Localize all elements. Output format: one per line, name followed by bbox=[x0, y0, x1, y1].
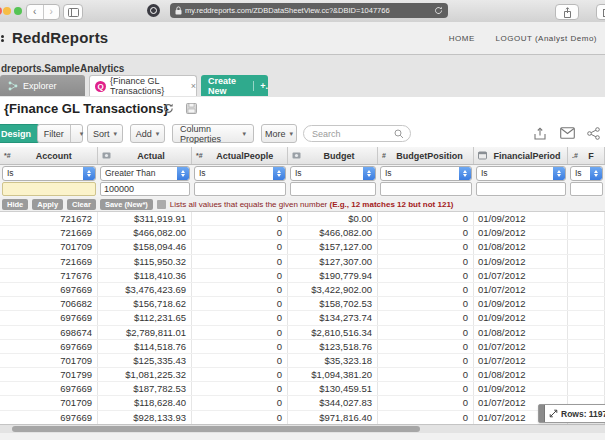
table-cell: $118,628.40 bbox=[98, 396, 192, 409]
sidebar-toggle-button[interactable] bbox=[63, 4, 83, 20]
table-row[interactable]: 698674$2,789,811.010$2,810,516.34001/08/… bbox=[0, 326, 605, 340]
table-cell: 0 bbox=[378, 297, 474, 310]
table-row[interactable]: 701799$1,081,225.320$1,094,381.20001/08/… bbox=[0, 368, 605, 382]
select-arrows-icon bbox=[363, 167, 375, 180]
table-row[interactable]: 697669$928,133.930$971,816.40001/07/2012 bbox=[0, 411, 605, 425]
tab-overview-button[interactable] bbox=[596, 4, 605, 20]
more-button[interactable]: More ▾ bbox=[261, 124, 297, 143]
table-cell: $928,133.93 bbox=[98, 411, 192, 424]
resize-rows-icon[interactable] bbox=[549, 409, 558, 418]
filter-value-input[interactable] bbox=[380, 182, 472, 196]
column-header-budget[interactable]: Budget bbox=[288, 147, 378, 164]
filter-button[interactable]: Filter ▾ bbox=[37, 124, 83, 143]
search-input[interactable] bbox=[310, 128, 394, 140]
table-row[interactable]: 697669$187,782.530$130,459.51001/09/2012 bbox=[0, 382, 605, 396]
table-cell: 01/08/2012 bbox=[474, 240, 568, 253]
filter-operator-select[interactable]: Is bbox=[290, 166, 376, 181]
table-row[interactable]: 717676$118,410.360$190,779.94001/07/2012 bbox=[0, 269, 605, 283]
zoom-window-button[interactable] bbox=[14, 7, 22, 15]
table-cell: $35,323.18 bbox=[288, 354, 378, 367]
clear-button[interactable]: Clear bbox=[67, 199, 96, 210]
filter-operator-select[interactable]: Greater Than bbox=[100, 166, 190, 181]
share-icon bbox=[563, 7, 572, 18]
logout-link[interactable]: LOGOUT (Analyst Demo) bbox=[496, 34, 597, 43]
close-tab-icon[interactable]: × bbox=[191, 81, 196, 91]
table-row[interactable]: 706682$156,718.620$158,702.53001/09/2012 bbox=[0, 297, 605, 311]
hide-button[interactable]: Hide bbox=[2, 199, 28, 210]
table-cell: 01/07/2012 bbox=[474, 283, 568, 296]
table-cell: $123,518.76 bbox=[288, 340, 378, 353]
table-row[interactable]: 701709$118,628.400$344,027.83001/07/2012 bbox=[0, 396, 605, 410]
forward-button[interactable]: › bbox=[43, 5, 60, 19]
select-arrows-icon bbox=[459, 167, 471, 180]
share-nodes-icon[interactable] bbox=[587, 127, 600, 140]
apply-button[interactable]: Apply bbox=[32, 199, 63, 210]
table-cell: 697669 bbox=[0, 382, 98, 395]
column-header-actual[interactable]: Actual bbox=[98, 147, 192, 164]
table-row[interactable]: 721672$311,919.910$0.00001/09/2012 bbox=[0, 212, 605, 226]
save-new-button[interactable]: Save (New*) bbox=[100, 199, 153, 210]
filter-operator-select[interactable]: Is bbox=[194, 166, 286, 181]
export-icon[interactable] bbox=[533, 127, 547, 141]
table-cell: $127,307.00 bbox=[288, 255, 378, 268]
breadcrumb[interactable]: dreports.SampleAnalytics bbox=[1, 63, 124, 74]
filter-operator-select[interactable]: Is bbox=[380, 166, 472, 181]
table-row[interactable]: 697669$112,231.650$134,273.74001/09/2012 bbox=[0, 311, 605, 325]
filter-action-buttons: HideApplyClearSave (New*) bbox=[0, 199, 155, 210]
filter-operator-select[interactable]: Is bbox=[570, 166, 603, 181]
table-cell: $466,082.00 bbox=[98, 226, 192, 239]
column-label: FinancialPeriod bbox=[487, 151, 567, 161]
filter-options-handle[interactable] bbox=[157, 200, 166, 209]
minimize-window-button[interactable] bbox=[3, 7, 11, 15]
share-page-button[interactable] bbox=[555, 4, 579, 20]
filter-operator-select[interactable]: Is bbox=[2, 166, 96, 181]
column-header-account[interactable]: *#Account bbox=[0, 147, 98, 164]
horizontal-scrollbar[interactable] bbox=[0, 424, 605, 433]
add-button[interactable]: Add ▾ bbox=[130, 124, 165, 143]
back-button[interactable]: ‹ bbox=[27, 5, 43, 19]
tab-explorer[interactable]: Explorer bbox=[0, 75, 85, 96]
filter-value-input[interactable] bbox=[100, 182, 190, 196]
close-window-button[interactable] bbox=[0, 7, 2, 15]
column-header-f[interactable]: .#F bbox=[568, 147, 605, 164]
column-header-actualpeople[interactable]: *#ActualPeople bbox=[192, 147, 288, 164]
table-row[interactable]: 701709$158,094.460$157,127.00001/08/2012 bbox=[0, 240, 605, 254]
table-row[interactable]: 701709$125,335.430$35,323.18001/07/2012 bbox=[0, 354, 605, 368]
table-row[interactable]: 721669$115,950.320$127,307.00001/09/2012 bbox=[0, 255, 605, 269]
table-body: 721672$311,919.910$0.00001/09/2012721669… bbox=[0, 212, 605, 425]
column-properties-button[interactable]: Column Properties ▾ bbox=[172, 124, 254, 143]
window-bottom-strip bbox=[0, 433, 605, 440]
save-icon[interactable] bbox=[186, 103, 197, 114]
table-row[interactable]: 697669$3,476,423.690$3,422,902.00001/07/… bbox=[0, 283, 605, 297]
add-new-icon[interactable]: +. bbox=[253, 81, 268, 91]
filter-operator-select[interactable]: Is bbox=[476, 166, 566, 181]
reload-icon[interactable] bbox=[434, 6, 443, 15]
filter-value-input[interactable] bbox=[290, 182, 376, 196]
scrollbar-thumb[interactable] bbox=[12, 426, 420, 432]
address-bar[interactable]: my.reddreports.com/ZDBDataSheetView.cc?&… bbox=[170, 3, 448, 18]
email-icon[interactable] bbox=[560, 127, 575, 139]
rows-count-chip[interactable]: Rows: 1197 bbox=[538, 404, 605, 423]
table-cell: 0 bbox=[378, 396, 474, 409]
workspace-band: dreports.SampleAnalytics Explorer Q {Fin… bbox=[0, 54, 605, 98]
column-header-budgetposition[interactable]: #BudgetPosition bbox=[378, 147, 474, 164]
filter-value-input[interactable] bbox=[570, 182, 603, 196]
chip-grip-handle[interactable] bbox=[539, 405, 545, 422]
column-header-financialperiod[interactable]: FinancialPeriod bbox=[474, 147, 568, 164]
home-link[interactable]: HOME bbox=[449, 34, 475, 43]
table-cell: 0 bbox=[192, 212, 288, 225]
tab-finance-gl-transactions[interactable]: Q {Finance GL Transactions} × bbox=[89, 75, 197, 96]
filter-value-input[interactable] bbox=[476, 182, 566, 196]
filter-menu-toggle[interactable]: ▾ bbox=[70, 125, 84, 142]
extension-icon[interactable] bbox=[147, 4, 160, 17]
table-row[interactable]: 697669$114,518.760$123,518.76001/07/2012 bbox=[0, 340, 605, 354]
refresh-icon[interactable] bbox=[163, 103, 174, 114]
search-box[interactable] bbox=[303, 125, 411, 142]
tab-create-new[interactable]: Create New +. bbox=[201, 75, 268, 96]
filter-value-input[interactable] bbox=[2, 182, 96, 196]
chevron-down-icon: ▾ bbox=[290, 130, 294, 138]
design-button[interactable]: Design bbox=[0, 124, 40, 143]
sort-button[interactable]: Sort ▾ bbox=[87, 124, 123, 143]
table-row[interactable]: 721669$466,082.000$466,082.00001/09/2012 bbox=[0, 226, 605, 240]
filter-value-input[interactable] bbox=[194, 182, 286, 196]
